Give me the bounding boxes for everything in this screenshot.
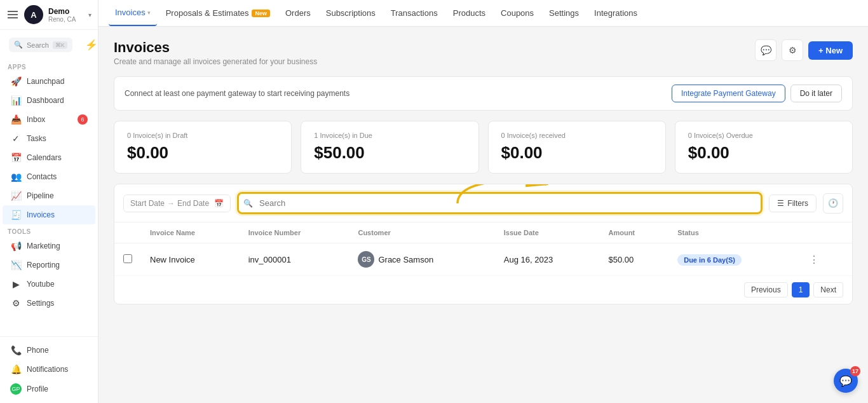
sidebar-item-marketing[interactable]: 📢 Marketing (3, 236, 95, 256)
col-customer: Customer (349, 222, 494, 243)
sidebar-item-phone[interactable]: 📞 Phone (3, 341, 95, 360)
stat-overdue-value: $0.00 (688, 143, 839, 163)
end-date-label: End Date (177, 199, 209, 208)
banner-actions: Integrate Payment Gateway Do it later (672, 85, 842, 102)
search-input[interactable] (237, 192, 763, 214)
stat-due-value: $50.00 (314, 143, 465, 163)
account-name: Demo (48, 7, 85, 16)
row-customer: GS Grace Samson (349, 243, 494, 276)
sidebar-item-invoices[interactable]: 🧾 Invoices (3, 205, 95, 224)
nav-proposals[interactable]: Proposals & Estimates New (159, 0, 276, 26)
chat-badge: 17 (850, 366, 860, 376)
sidebar-header: A Demo Reno, CA ▾ (0, 0, 98, 30)
previous-page-button[interactable]: Previous (744, 282, 788, 297)
apps-section-label: Apps (0, 60, 98, 72)
current-page-button[interactable]: 1 (792, 282, 810, 297)
chat-widget[interactable]: 💬 17 (834, 369, 858, 393)
do-it-later-button[interactable]: Do it later (790, 85, 842, 102)
col-amount: Amount (599, 222, 668, 243)
filters-button[interactable]: ☰ Filters (769, 195, 817, 212)
settings-icon-button[interactable]: ⚙ (782, 39, 803, 61)
stat-due: 1 Invoice(s) in Due $50.00 (301, 121, 478, 174)
nav-transactions[interactable]: Transactions (384, 0, 444, 26)
page-title: Invoices (114, 39, 317, 56)
nav-products[interactable]: Products (447, 0, 492, 26)
next-page-button[interactable]: Next (813, 282, 843, 297)
hamburger-button[interactable] (6, 10, 19, 20)
invoices-table: Invoice Name Invoice Number Customer Iss… (114, 222, 852, 276)
nav-subscriptions[interactable]: Subscriptions (320, 0, 382, 26)
col-invoice-name: Invoice Name (141, 222, 240, 243)
settings-icon: ⚙ (10, 298, 22, 308)
sidebar-item-dashboard[interactable]: 📊 Dashboard (3, 91, 95, 110)
nav-orders[interactable]: Orders (279, 0, 317, 26)
stats-row: 0 Invoice(s) in Draft $0.00 1 Invoice(s)… (114, 121, 853, 174)
sidebar-item-youtube[interactable]: ▶ Youtube (3, 275, 95, 294)
date-arrow-icon: → (167, 199, 175, 208)
new-invoice-button[interactable]: + New (808, 41, 853, 60)
col-checkbox (114, 222, 141, 243)
row-issue-date: Aug 16, 2023 (495, 243, 600, 276)
avatar: A (24, 5, 43, 24)
sidebar-item-calendars[interactable]: 📅 Calendars (3, 148, 95, 167)
header-actions: 💬 ⚙ + New (755, 39, 853, 61)
page-subtitle: Create and manage all invoices generated… (114, 57, 317, 66)
launchpad-icon: 🚀 (10, 76, 22, 86)
col-invoice-number: Invoice Number (240, 222, 349, 243)
stat-draft: 0 Invoice(s) in Draft $0.00 (114, 121, 292, 174)
chat-icon-button[interactable]: 💬 (755, 39, 776, 61)
main-area: Invoices ▾ Proposals & Estimates New Ord… (98, 0, 868, 403)
contacts-icon: 👥 (10, 172, 22, 182)
filter-icon: ☰ (777, 199, 784, 208)
nav-invoices[interactable]: Invoices ▾ (109, 0, 157, 26)
stat-draft-value: $0.00 (127, 143, 278, 163)
date-range-picker[interactable]: Start Date → End Date 📅 (123, 195, 231, 212)
row-amount: $50.00 (599, 243, 668, 276)
row-status: Due in 6 Day(S) (668, 243, 796, 276)
sidebar-item-tasks[interactable]: ✓ Tasks (3, 129, 95, 148)
sidebar-search[interactable]: 🔍 Search ⌘K (9, 38, 72, 52)
stat-received-value: $0.00 (501, 143, 653, 163)
sidebar-item-pipeline[interactable]: 📈 Pipeline (3, 186, 95, 205)
account-selector[interactable]: Demo Reno, CA ▾ (48, 7, 92, 23)
stat-overdue: 0 Invoice(s) Overdue $0.00 (675, 121, 853, 174)
row-checkbox[interactable] (123, 254, 132, 263)
marketing-icon: 📢 (10, 241, 22, 251)
sidebar-item-contacts[interactable]: 👥 Contacts (3, 167, 95, 186)
row-invoice-number: inv_000001 (240, 243, 349, 276)
integrate-payment-gateway-button[interactable]: Integrate Payment Gateway (672, 85, 785, 102)
banner-text: Connect at least one payment gateway to … (125, 89, 349, 98)
col-actions (796, 222, 852, 243)
start-date-label: Start Date (130, 199, 165, 208)
tools-section-label: Tools (0, 224, 98, 236)
table-toolbar: Start Date → End Date 📅 🔍 ☰ Filters (114, 184, 852, 222)
col-issue-date: Issue Date (495, 222, 600, 243)
content-area: Invoices Create and manage all invoices … (98, 27, 868, 403)
nav-settings[interactable]: Settings (543, 0, 585, 26)
sidebar-item-launchpad[interactable]: 🚀 Launchpad (3, 72, 95, 91)
sidebar-item-profile[interactable]: GP Profile (3, 379, 95, 399)
youtube-icon: ▶ (10, 279, 22, 289)
search-icon: 🔍 (14, 41, 23, 49)
calendars-icon: 📅 (10, 153, 22, 163)
row-more-button[interactable]: ⋮ (805, 252, 823, 267)
sidebar-item-notifications[interactable]: 🔔 Notifications (3, 360, 95, 379)
sidebar-item-reporting[interactable]: 📉 Reporting (3, 256, 95, 275)
sidebar-item-settings[interactable]: ⚙ Settings (3, 294, 95, 313)
history-button[interactable]: 🕐 (823, 193, 843, 214)
chevron-down-icon: ▾ (88, 11, 92, 18)
page-header: Invoices Create and manage all invoices … (114, 39, 853, 66)
status-badge: Due in 6 Day(S) (677, 254, 742, 266)
stat-received: 0 Invoice(s) received $0.00 (488, 121, 666, 174)
invoices-table-area: Start Date → End Date 📅 🔍 ☰ Filters (114, 184, 853, 304)
phone-icon: 📞 (10, 345, 22, 355)
row-invoice-name: New Invoice (141, 243, 240, 276)
inbox-icon: 📥 (10, 114, 22, 125)
sidebar-bottom: 📞 Phone 🔔 Notifications GP Profile (0, 336, 98, 403)
nav-integrations[interactable]: Integrations (588, 0, 644, 26)
nav-coupons[interactable]: Coupons (494, 0, 540, 26)
sidebar-item-inbox[interactable]: 📥 Inbox 6 (3, 110, 95, 129)
invoices-icon: 🧾 (10, 210, 22, 220)
tasks-icon: ✓ (10, 133, 22, 144)
lightning-button[interactable]: ⚡ (80, 36, 98, 53)
